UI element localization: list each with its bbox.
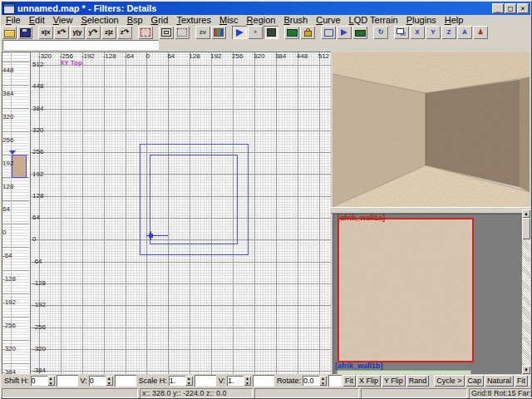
shift-v-stepper[interactable]: ▲▼	[89, 376, 113, 386]
texture-swatch-selected[interactable]	[337, 218, 474, 362]
rotate-extra-field[interactable]	[328, 375, 342, 387]
scrollbar-thumb[interactable]	[522, 218, 530, 239]
title-bar[interactable]: unnamed.map * - Filters: Details _ □ ×	[2, 2, 530, 15]
menu-file[interactable]: File	[2, 15, 25, 25]
set-button[interactable]: Set	[529, 375, 530, 387]
spinner-icon[interactable]: ▲▼	[47, 376, 55, 386]
ruler-tick-label: 384	[2, 91, 13, 97]
view-y-button[interactable]: Y	[426, 26, 441, 39]
shift-h-stepper[interactable]: ▲▼	[31, 376, 55, 386]
spinner-icon[interactable]: ▲▼	[185, 376, 193, 386]
autocaulk-button[interactable]: A	[457, 26, 472, 39]
shift-v-value[interactable]	[89, 376, 106, 386]
spinner-icon[interactable]: ▲▼	[319, 376, 327, 386]
status-grid-info: Grid:8 Rot:15 Far:13 Lo	[469, 388, 532, 398]
menu-curve[interactable]: Curve	[312, 15, 344, 25]
menu-textures[interactable]: Textures	[172, 15, 215, 25]
menu-bsp[interactable]: Bsp	[123, 15, 147, 25]
cycle-button[interactable]: Cycle >	[434, 375, 464, 387]
brush-inner[interactable]	[150, 155, 238, 244]
open-button[interactable]	[2, 26, 17, 39]
natural-button[interactable]: Natural	[485, 375, 514, 387]
drag-edges-button[interactable]: +	[248, 26, 263, 39]
csg-subtract-button[interactable]: zv	[195, 26, 210, 39]
save-button[interactable]	[17, 26, 32, 39]
view-x-icon: X	[415, 29, 419, 36]
menu-region[interactable]: Region	[243, 15, 280, 25]
make-room-button[interactable]	[175, 26, 190, 39]
y-flip-button[interactable]: Y Flip	[382, 375, 406, 387]
scroll-up-icon[interactable]: ▲	[522, 209, 530, 218]
menu-edit[interactable]: Edit	[25, 15, 49, 25]
scale-v-extra-field[interactable]	[253, 375, 274, 387]
ruler-tick-label: 192	[32, 171, 43, 178]
scale-h-value[interactable]	[169, 376, 185, 386]
free-rotate-button[interactable]: ↻	[373, 26, 388, 39]
minimize-button[interactable]: _	[492, 3, 504, 13]
flip-x-button[interactable]: x|x	[38, 26, 53, 39]
ruler-tick-label: -320	[2, 346, 16, 352]
close-button[interactable]: ×	[517, 3, 529, 13]
texture-lock-button[interactable]	[300, 26, 315, 39]
texture-scrollbar[interactable]: ▲ ▼	[522, 209, 530, 374]
texture-browser[interactable]: [afrik_wall1a] [afrik_wall1b]	[332, 214, 522, 374]
restore-button[interactable]: □	[505, 3, 516, 13]
menu-grid[interactable]: Grid	[147, 15, 173, 25]
scale-h-stepper[interactable]: ▲▼	[169, 376, 193, 386]
dotted-icon	[177, 28, 187, 37]
patch-button[interactable]	[337, 26, 352, 39]
cap-button[interactable]	[321, 26, 336, 39]
rotate-z-button[interactable]: z↷	[117, 26, 132, 39]
rotate-value[interactable]	[303, 376, 319, 386]
z-brush-extent[interactable]	[12, 155, 27, 178]
rand-button[interactable]: Rand	[406, 375, 430, 387]
patch-strip-button[interactable]	[352, 26, 367, 39]
camera-figure-button[interactable]: ♟	[473, 26, 488, 39]
spinner-icon[interactable]: ▲▼	[244, 376, 251, 386]
ruler-tick-label: -128	[2, 276, 16, 283]
x-flip-button[interactable]: X Flip	[357, 375, 381, 387]
windows-button[interactable]	[394, 26, 409, 39]
camera-3d-view[interactable]	[332, 52, 530, 207]
flip-y-button[interactable]: y|y	[70, 26, 85, 39]
view-z-button[interactable]: Z	[441, 26, 456, 39]
menu-help[interactable]: Help	[441, 15, 468, 25]
z-view[interactable]: 448384320256192128640-64-128-192-256-320…	[2, 52, 30, 374]
greenbar2-icon	[355, 30, 366, 37]
panel-splitter[interactable]	[331, 207, 530, 214]
cap-button[interactable]: Cap	[466, 375, 485, 387]
rotate-x-button[interactable]: x↷	[54, 26, 69, 39]
shift-h-extra-field[interactable]	[57, 375, 78, 387]
menu-view[interactable]: View	[49, 15, 77, 25]
scale-v-stepper[interactable]: ▲▼	[227, 376, 251, 386]
csg-subtract-icon: zv	[200, 29, 206, 36]
clipper-button[interactable]	[138, 26, 153, 39]
entity-button[interactable]	[284, 26, 299, 39]
menu-selection[interactable]: Selection	[76, 15, 122, 25]
scale-h-extra-field[interactable]	[195, 375, 216, 387]
shift-h-value[interactable]	[31, 376, 47, 386]
texture-filter-input[interactable]	[2, 40, 159, 50]
drag-vertices-button[interactable]	[264, 26, 278, 39]
rotate-label: Rotate:	[277, 377, 301, 385]
fit-button[interactable]: Fit	[515, 375, 528, 387]
rotate-stepper[interactable]: ▲▼	[303, 376, 327, 386]
darksq-icon	[267, 28, 276, 37]
flip-z-button[interactable]: z|z	[101, 26, 116, 39]
spinner-icon[interactable]: ▲▼	[106, 376, 113, 386]
texture-paint-button[interactable]	[211, 26, 226, 39]
menu-lqd-terrain[interactable]: LQD Terrain	[345, 15, 402, 25]
ruler-tick-label: -192	[32, 302, 46, 308]
view-x-button[interactable]: X	[410, 26, 425, 39]
scale-v-value[interactable]	[227, 376, 244, 386]
rotate-y-button[interactable]: y↷	[86, 26, 101, 39]
menu-plugins[interactable]: Plugins	[402, 15, 441, 25]
selection-mode-button[interactable]	[232, 26, 247, 39]
menu-misc[interactable]: Misc	[215, 15, 243, 25]
fit-button[interactable]: Fit	[342, 375, 356, 387]
menu-brush[interactable]: Brush	[279, 15, 312, 25]
shift-v-extra-field[interactable]	[115, 375, 136, 387]
xy-grid[interactable]: XY Top -320-256-192-128-6406412819225632…	[30, 52, 331, 374]
hollow-button[interactable]	[159, 26, 174, 39]
scroll-down-icon[interactable]: ▼	[522, 366, 530, 374]
